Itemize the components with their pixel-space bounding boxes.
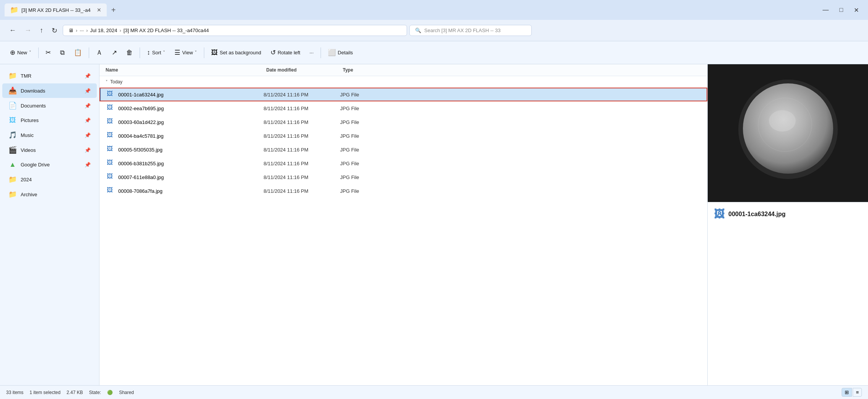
file-date: 8/11/2024 11:16 PM bbox=[264, 92, 340, 98]
details-button[interactable]: ⬜ Details bbox=[324, 46, 357, 59]
sidebar-item-videos[interactable]: 🎬 Videos 📌 bbox=[2, 143, 97, 157]
sidebar-item-pictures[interactable]: 🖼 Pictures 📌 bbox=[2, 113, 97, 127]
preview-filename-area: 🖼 00001-1ca63244.jpg bbox=[708, 202, 868, 226]
column-header-name: Name bbox=[106, 67, 266, 73]
column-header-type: Type bbox=[343, 67, 400, 73]
file-date: 8/11/2024 11:16 PM bbox=[264, 119, 340, 125]
main-content: 📁 TMR 📌 📥 Downloads 📌 📄 Documents 📌 🖼 Pi… bbox=[0, 64, 868, 385]
refresh-button[interactable]: ↻ bbox=[49, 25, 60, 36]
documents-icon: 📄 bbox=[8, 101, 17, 110]
folder-2024-icon: 📁 bbox=[8, 175, 17, 184]
group-header-today[interactable]: ˅ Today bbox=[99, 76, 707, 88]
sidebar-item-label: TMR bbox=[21, 73, 31, 79]
file-name: 00003-60a1d422.jpg bbox=[118, 119, 264, 125]
list-view-button[interactable]: ≡ bbox=[853, 388, 862, 397]
close-window-button[interactable]: ✕ bbox=[849, 5, 863, 15]
rename-button[interactable]: Ａ bbox=[92, 46, 106, 59]
table-row[interactable]: 🖼 00002-eea7b695.jpg 8/11/2024 11:16 PM … bbox=[99, 101, 707, 115]
copy-button[interactable]: ⧉ bbox=[56, 47, 68, 59]
more-options-button[interactable]: ··· bbox=[306, 47, 318, 58]
details-icon: ⬜ bbox=[328, 49, 336, 57]
pin-icon-music: 📌 bbox=[85, 132, 91, 138]
toolbar-separator-1 bbox=[38, 47, 39, 58]
state-label: State: bbox=[89, 390, 101, 395]
forward-button[interactable]: → bbox=[21, 25, 34, 36]
sidebar-item-label: Archive bbox=[21, 192, 37, 197]
table-row[interactable]: 🖼 00007-611e88a0.jpg 8/11/2024 11:16 PM … bbox=[99, 170, 707, 184]
view-icon: ☰ bbox=[174, 49, 180, 57]
set-bg-label: Set as background bbox=[220, 50, 261, 55]
maximize-button[interactable]: □ bbox=[835, 5, 848, 15]
selected-info: 1 item selected bbox=[29, 390, 60, 395]
sort-icon: ↕ bbox=[147, 49, 150, 57]
group-chevron: ˅ bbox=[106, 80, 108, 85]
search-box[interactable]: 🔍 Search [3] MR AX 2D FLASH -- 33 bbox=[409, 25, 532, 36]
preview-file-name: 00001-1ca63244.jpg bbox=[728, 211, 785, 218]
rotate-left-button[interactable]: ↺ Rotate left bbox=[267, 46, 304, 59]
new-chevron: ˅ bbox=[29, 50, 31, 55]
address-path[interactable]: 🖥 › ··· › Jul 18, 2024 › [3] MR AX 2D FL… bbox=[63, 25, 407, 36]
table-row[interactable]: 🖼 00004-ba4c5781.jpg 8/11/2024 11:16 PM … bbox=[99, 129, 707, 143]
paste-button[interactable]: 📋 bbox=[70, 46, 86, 59]
view-button[interactable]: ☰ View ˅ bbox=[171, 46, 201, 59]
table-row[interactable]: 🖼 00008-7086a7fa.jpg 8/11/2024 11:16 PM … bbox=[99, 184, 707, 198]
cut-icon: ✂ bbox=[46, 49, 51, 57]
sidebar-item-downloads[interactable]: 📥 Downloads 📌 bbox=[2, 83, 97, 98]
sidebar-item-label: Google Drive bbox=[21, 162, 50, 168]
file-type: JPG File bbox=[340, 92, 397, 98]
archive-icon: 📁 bbox=[8, 190, 17, 199]
table-row[interactable]: 🖼 00003-60a1d422.jpg 8/11/2024 11:16 PM … bbox=[99, 115, 707, 129]
set-bg-icon: 🖼 bbox=[211, 49, 218, 57]
music-icon: 🎵 bbox=[8, 131, 17, 139]
pictures-icon: 🖼 bbox=[8, 116, 17, 124]
delete-button[interactable]: 🗑 bbox=[122, 47, 137, 59]
back-button[interactable]: ← bbox=[6, 25, 19, 36]
title-tab[interactable]: 📁 [3] MR AX 2D FLASH -- 33_-a4 ✕ bbox=[5, 3, 107, 16]
preview-file-icon: 🖼 bbox=[714, 208, 725, 220]
sidebar-item-documents[interactable]: 📄 Documents 📌 bbox=[2, 98, 97, 113]
sidebar-item-2024[interactable]: 📁 2024 bbox=[2, 172, 97, 187]
view-label: View bbox=[182, 50, 193, 55]
toolbar: ⊕ New ˅ ✂ ⧉ 📋 Ａ ↗ 🗑 ↕ Sort ˅ ☰ View ˅ 🖼 … bbox=[0, 41, 868, 64]
sidebar-item-label: Videos bbox=[21, 147, 36, 153]
table-row[interactable]: 🖼 00006-b381b255.jpg 8/11/2024 11:16 PM … bbox=[99, 156, 707, 170]
cut-button[interactable]: ✂ bbox=[42, 46, 55, 59]
details-label: Details bbox=[338, 50, 353, 55]
file-icon: 🖼 bbox=[107, 173, 115, 181]
column-header-date: Date modified bbox=[266, 67, 343, 73]
path-chevron-1: › bbox=[76, 28, 77, 33]
more-options-icon: ··· bbox=[309, 50, 314, 55]
pin-icon-documents: 📌 bbox=[85, 103, 91, 109]
tmr-icon: 📁 bbox=[8, 72, 17, 80]
table-row[interactable]: 🖼 00001-1ca63244.jpg 8/11/2024 11:16 PM … bbox=[99, 88, 707, 101]
up-button[interactable]: ↑ bbox=[37, 25, 46, 36]
add-tab-button[interactable]: + bbox=[111, 6, 116, 15]
sidebar-item-label: Downloads bbox=[21, 88, 45, 94]
table-row[interactable]: 🖼 00005-5f305035.jpg 8/11/2024 11:16 PM … bbox=[99, 143, 707, 156]
sidebar-item-music[interactable]: 🎵 Music 📌 bbox=[2, 128, 97, 142]
minimize-button[interactable]: — bbox=[818, 5, 833, 15]
sort-button[interactable]: ↕ Sort ˅ bbox=[143, 47, 169, 59]
file-date: 8/11/2024 11:16 PM bbox=[264, 147, 340, 153]
share-button[interactable]: ↗ bbox=[108, 46, 121, 59]
sidebar-item-archive[interactable]: 📁 Archive bbox=[2, 187, 97, 202]
file-name: 00006-b381b255.jpg bbox=[118, 161, 264, 166]
new-button[interactable]: ⊕ New ˅ bbox=[6, 46, 35, 59]
sort-label: Sort bbox=[152, 50, 161, 55]
sidebar-item-tmr[interactable]: 📁 TMR 📌 bbox=[2, 68, 97, 83]
grid-view-button[interactable]: ⊞ bbox=[842, 388, 852, 397]
sidebar-item-googledrive[interactable]: ▲ Google Drive 📌 bbox=[2, 158, 97, 172]
file-list-area[interactable]: Name Date modified Type ˅ Today 🖼 00001-… bbox=[99, 64, 707, 385]
new-label: New bbox=[17, 50, 27, 55]
sort-chevron: ˅ bbox=[163, 50, 165, 55]
file-type: JPG File bbox=[340, 188, 397, 194]
tab-close-button[interactable]: ✕ bbox=[97, 7, 101, 13]
folder-tab-icon: 📁 bbox=[10, 6, 18, 14]
item-count: 33 items bbox=[6, 390, 23, 395]
sidebar-item-label: Documents bbox=[21, 103, 46, 109]
set-background-button[interactable]: 🖼 Set as background bbox=[207, 47, 265, 59]
downloads-icon: 📥 bbox=[8, 86, 17, 95]
file-type: JPG File bbox=[340, 161, 397, 166]
title-bar: 📁 [3] MR AX 2D FLASH -- 33_-a4 ✕ + — □ ✕ bbox=[0, 0, 868, 20]
file-type: JPG File bbox=[340, 133, 397, 139]
